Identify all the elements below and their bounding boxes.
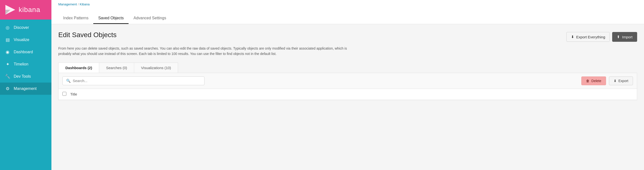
export-everything-label: Export Everything [576, 35, 605, 39]
sidebar-item-devtools[interactable]: 🔧 Dev Tools [0, 70, 52, 83]
export-everything-button[interactable]: ⬇ Export Everything [566, 32, 610, 42]
tab-saved-objects[interactable]: Saved Objects [93, 13, 128, 24]
breadcrumb: Management / Kibana [58, 0, 637, 6]
sidebar-item-discover[interactable]: ◎ Discover [0, 21, 52, 34]
sidebar-item-visualize-label: Visualize [14, 38, 30, 42]
sidebar-nav: ◎ Discover ▤ Visualize ◉ Dashboard ✦ Tim… [0, 19, 52, 95]
discover-icon: ◎ [5, 25, 10, 30]
search-input[interactable] [73, 79, 201, 83]
tab-index-patterns[interactable]: Index Patterns [58, 13, 93, 24]
sidebar-item-visualize[interactable]: ▤ Visualize [0, 34, 52, 46]
breadcrumb-separator: / [78, 2, 79, 6]
kibana-logo-icon [5, 4, 16, 15]
export-everything-icon: ⬇ [571, 35, 574, 39]
breadcrumb-management[interactable]: Management [58, 2, 77, 6]
sidebar-item-timelion-label: Timelion [14, 62, 28, 67]
top-nav-container: Management / Kibana Index Patterns Saved… [52, 0, 644, 24]
search-wrapper: 🔍 [62, 77, 204, 85]
export-button[interactable]: ⬇ Export [609, 77, 633, 85]
object-type-tabs: Dashboards (2) Searches (0) Visualizatio… [58, 63, 178, 73]
table-area: 🔍 🗑 Delete ⬇ Export Title [58, 73, 637, 100]
sidebar-item-discover-label: Discover [14, 25, 29, 30]
tab-visualizations[interactable]: Visualizations (10) [134, 63, 178, 73]
sidebar-item-timelion[interactable]: ✦ Timelion [0, 58, 52, 70]
delete-icon: 🗑 [586, 79, 590, 83]
delete-button[interactable]: 🗑 Delete [581, 77, 606, 85]
select-all-checkbox[interactable] [62, 92, 66, 96]
breadcrumb-kibana[interactable]: Kibana [80, 2, 90, 6]
sidebar-item-management[interactable]: ⚙ Management [0, 83, 52, 95]
import-button[interactable]: ⬆ Import [612, 32, 637, 42]
top-nav-tabs: Index Patterns Saved Objects Advanced Se… [58, 6, 637, 24]
sidebar-item-dashboard[interactable]: ◉ Dashboard [0, 46, 52, 58]
tab-searches[interactable]: Searches (0) [99, 63, 134, 73]
tab-advanced-settings[interactable]: Advanced Settings [128, 13, 171, 24]
tab-dashboards[interactable]: Dashboards (2) [58, 63, 99, 73]
page-description: From here you can delete saved objects, … [58, 46, 352, 57]
table-toolbar: 🔍 🗑 Delete ⬇ Export [58, 73, 637, 89]
page-content: Edit Saved Objects ⬇ Export Everything ⬆… [52, 24, 644, 170]
sidebar-item-dashboard-label: Dashboard [14, 50, 33, 54]
title-column-header: Title [70, 92, 77, 96]
search-icon: 🔍 [66, 79, 71, 83]
import-icon: ⬆ [617, 35, 620, 39]
sidebar-logo: kibana [0, 0, 52, 19]
timelion-icon: ✦ [5, 62, 10, 67]
delete-label: Delete [591, 79, 601, 83]
visualize-icon: ▤ [5, 37, 10, 42]
dashboard-icon: ◉ [5, 49, 10, 55]
page-title: Edit Saved Objects [58, 31, 116, 39]
devtools-icon: 🔧 [5, 74, 10, 79]
sidebar-item-devtools-label: Dev Tools [14, 74, 31, 79]
sidebar-item-management-label: Management [14, 86, 36, 91]
table-header-row: Title [58, 89, 637, 100]
export-icon: ⬇ [614, 79, 616, 83]
import-label: Import [622, 35, 632, 39]
sidebar: kibana ◎ Discover ▤ Visualize ◉ Dashboar… [0, 0, 52, 170]
page-header: Edit Saved Objects ⬇ Export Everything ⬆… [58, 31, 637, 42]
kibana-logo-text: kibana [18, 6, 40, 14]
export-label: Export [618, 79, 628, 83]
header-buttons: ⬇ Export Everything ⬆ Import [566, 32, 637, 42]
management-icon: ⚙ [5, 86, 10, 91]
select-all-checkbox-col [62, 92, 70, 97]
main-area: Management / Kibana Index Patterns Saved… [52, 0, 644, 170]
